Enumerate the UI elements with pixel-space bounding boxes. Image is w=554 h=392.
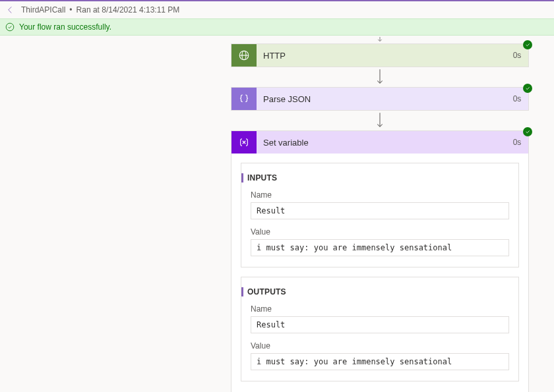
status-badge bbox=[523, 127, 532, 136]
step-set-variable: Set variable 0s INPUTS Name Result Value… bbox=[231, 130, 529, 392]
separator-dot: • bbox=[69, 5, 72, 14]
ran-at-label: Ran at 8/14/2021 4:13:11 PM bbox=[77, 5, 180, 14]
outputs-name-value: Result bbox=[251, 316, 509, 333]
outputs-name-label: Name bbox=[251, 304, 509, 314]
inputs-panel: INPUTS Name Result Value i must say: you… bbox=[241, 163, 519, 267]
inputs-value-value: i must say: you are immensely sensationa… bbox=[251, 239, 509, 256]
globe-icon bbox=[231, 44, 257, 67]
status-badge bbox=[523, 40, 532, 49]
status-badge bbox=[523, 84, 532, 93]
step-http-title: HTTP bbox=[257, 44, 506, 67]
step-http: HTTP 0s bbox=[231, 43, 529, 67]
braces-icon bbox=[231, 88, 257, 110]
inputs-value-label: Value bbox=[251, 227, 509, 237]
check-icon bbox=[525, 129, 530, 134]
success-message: Your flow ran successfully. bbox=[19, 22, 111, 32]
back-arrow-icon bbox=[5, 5, 16, 15]
check-icon bbox=[525, 86, 530, 91]
outputs-panel: OUTPUTS Name Result Value i must say: yo… bbox=[241, 277, 519, 381]
step-set-variable-header[interactable]: Set variable 0s bbox=[231, 131, 528, 154]
connector-arrow bbox=[231, 111, 529, 130]
inputs-name-label: Name bbox=[251, 190, 509, 200]
page-header: ThirdAPICall • Ran at 8/14/2021 4:13:11 … bbox=[0, 1, 554, 18]
outputs-value-label: Value bbox=[251, 341, 509, 350]
step-set-variable-body: INPUTS Name Result Value i must say: you… bbox=[231, 154, 528, 392]
flow-canvas: HTTP 0s Parse JSON 0s bbox=[0, 36, 554, 392]
check-circle-icon bbox=[5, 22, 15, 32]
success-banner: Your flow ran successfully. bbox=[0, 18, 554, 36]
step-parse-json-title: Parse JSON bbox=[257, 88, 506, 110]
step-parse-json: Parse JSON 0s bbox=[231, 87, 529, 111]
connector-arrow bbox=[231, 36, 529, 43]
back-button[interactable] bbox=[4, 3, 17, 16]
outputs-heading: OUTPUTS bbox=[241, 287, 286, 296]
check-icon bbox=[525, 42, 530, 47]
flow-name: ThirdAPICall bbox=[21, 5, 65, 14]
step-http-header[interactable]: HTTP 0s bbox=[231, 44, 528, 67]
inputs-name-value: Result bbox=[251, 202, 509, 219]
connector-arrow bbox=[231, 67, 529, 87]
svg-point-0 bbox=[6, 23, 14, 31]
step-parse-json-header[interactable]: Parse JSON 0s bbox=[231, 88, 528, 110]
variable-icon bbox=[231, 131, 257, 154]
inputs-heading: INPUTS bbox=[241, 173, 277, 182]
outputs-value-value: i must say: you are immensely sensationa… bbox=[251, 353, 509, 370]
step-set-variable-title: Set variable bbox=[257, 131, 506, 154]
